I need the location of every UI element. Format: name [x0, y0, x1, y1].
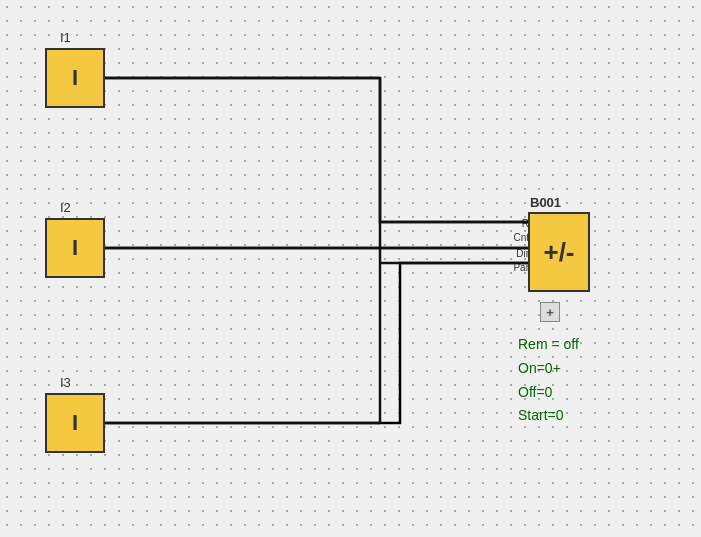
- counter-title: B001: [530, 195, 561, 210]
- status-panel: Rem = off On=0+ Off=0 Start=0: [518, 333, 579, 428]
- i1-label: I1: [60, 30, 71, 45]
- port-cnt-label: Cnt: [513, 232, 529, 243]
- plus-icon: +: [546, 305, 554, 320]
- i3-block[interactable]: I: [45, 393, 105, 453]
- i2-block[interactable]: I: [45, 218, 105, 278]
- i1-block[interactable]: I: [45, 48, 105, 108]
- port-r-label: R: [522, 218, 529, 229]
- status-on: On=0+: [518, 357, 579, 381]
- status-off: Off=0: [518, 381, 579, 405]
- i2-symbol: I: [72, 235, 78, 261]
- wires-corrected: [0, 0, 701, 537]
- status-rem: Rem = off: [518, 333, 579, 357]
- i3-label: I3: [60, 375, 71, 390]
- i3-symbol: I: [72, 410, 78, 436]
- expand-button[interactable]: +: [540, 302, 560, 322]
- counter-block[interactable]: +/-: [528, 212, 590, 292]
- i2-label: I2: [60, 200, 71, 215]
- i1-symbol: I: [72, 65, 78, 91]
- port-par-label: Par: [513, 262, 529, 273]
- wires-overlay: [0, 0, 701, 537]
- status-start: Start=0: [518, 404, 579, 428]
- port-dir-label: Dir: [516, 248, 529, 259]
- counter-symbol: +/-: [543, 237, 574, 268]
